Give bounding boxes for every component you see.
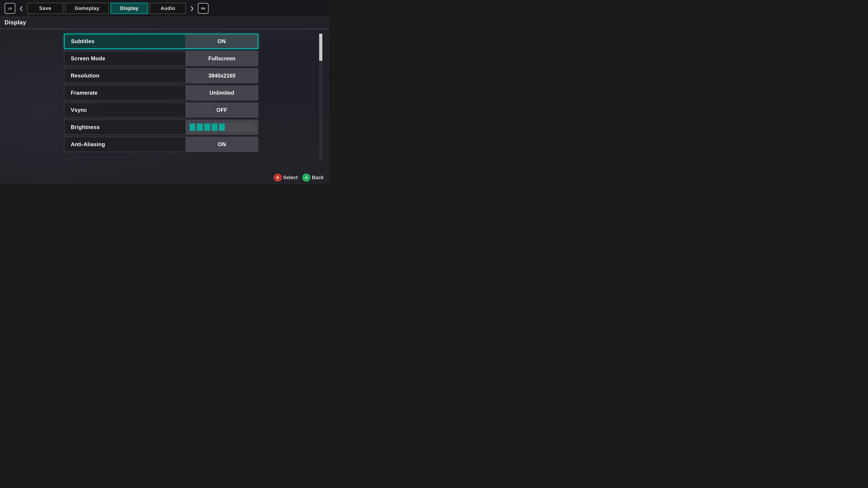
scrollbar-track[interactable] <box>319 34 322 160</box>
tab-audio[interactable]: Audio <box>150 3 186 14</box>
action-select: B Select <box>274 173 298 182</box>
settings-area: Subtitles ON Screen Mode Fullscreen Reso… <box>0 29 329 165</box>
action-back: A Back <box>302 173 324 182</box>
back-label: Back <box>312 175 324 181</box>
brightness-seg-8 <box>241 123 247 131</box>
brightness-seg-9 <box>248 123 254 131</box>
setting-screen-mode-label: Screen Mode <box>64 55 186 62</box>
rb-button[interactable]: RB <box>198 3 209 14</box>
select-label: Select <box>283 175 298 181</box>
b-button-icon: B <box>274 173 282 182</box>
brightness-seg-1 <box>189 123 195 131</box>
tab-save[interactable]: Save <box>27 3 63 14</box>
setting-vsync-label: Vsync <box>64 107 186 113</box>
nav-right-arrow[interactable]: ❯ <box>188 3 196 14</box>
brightness-seg-3 <box>204 123 210 131</box>
setting-resolution-value: 3840x2160 <box>186 68 258 83</box>
setting-brightness[interactable]: Brightness <box>64 120 258 135</box>
setting-anti-aliasing[interactable]: Anti-Aliasing ON <box>64 137 258 152</box>
bottom-bar: B Select A Back <box>268 171 329 184</box>
setting-vsync[interactable]: Vsync OFF <box>64 102 258 118</box>
brightness-seg-6 <box>226 123 232 131</box>
setting-anti-aliasing-label: Anti-Aliasing <box>64 141 186 148</box>
setting-subtitles[interactable]: Subtitles ON <box>64 34 258 49</box>
setting-vsync-value: OFF <box>186 103 258 117</box>
setting-brightness-label: Brightness <box>64 124 186 130</box>
lb-button[interactable]: LB <box>4 3 16 14</box>
brightness-seg-2 <box>197 123 203 131</box>
setting-framerate[interactable]: Framerate Unlimited <box>64 85 258 101</box>
setting-resolution[interactable]: Resolution 3840x2160 <box>64 68 258 84</box>
setting-anti-aliasing-value: ON <box>186 137 258 152</box>
setting-subtitles-label: Subtitles <box>65 38 185 44</box>
setting-resolution-label: Resolution <box>64 72 186 79</box>
brightness-seg-4 <box>211 123 217 131</box>
setting-subtitles-value: ON <box>185 34 258 48</box>
setting-framerate-label: Framerate <box>64 90 186 96</box>
brightness-seg-5 <box>219 123 225 131</box>
page-title: Display <box>4 19 324 26</box>
setting-framerate-value: Unlimited <box>186 86 258 100</box>
scrollbar-thumb[interactable] <box>319 34 322 61</box>
tab-gameplay[interactable]: Gameplay <box>65 3 109 14</box>
setting-screen-mode-value: Fullscreen <box>186 51 258 66</box>
brightness-bar[interactable] <box>186 120 258 134</box>
navbar: LB ❮ Save Gameplay Display Audio ❯ RB <box>0 0 329 17</box>
brightness-seg-7 <box>234 123 240 131</box>
settings-list: Subtitles ON Screen Mode Fullscreen Reso… <box>64 34 258 160</box>
a-button-icon: A <box>302 173 310 182</box>
setting-screen-mode[interactable]: Screen Mode Fullscreen <box>64 51 258 66</box>
nav-left-arrow[interactable]: ❮ <box>17 3 25 14</box>
tab-display[interactable]: Display <box>111 3 148 14</box>
page-title-bar: Display <box>0 17 329 29</box>
